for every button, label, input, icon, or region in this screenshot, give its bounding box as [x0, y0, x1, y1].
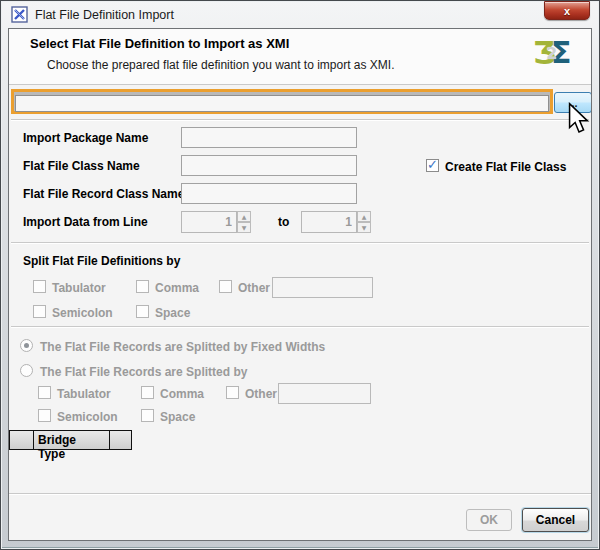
split-def-tabulator-label: Tabulator: [52, 281, 106, 295]
line-from-spinner: ▲ ▼: [181, 211, 251, 233]
split-def-other-input: [272, 277, 373, 298]
mouse-cursor-icon: [566, 102, 590, 138]
split-def-other-checkbox: [219, 280, 232, 293]
line-to-input: [301, 211, 357, 233]
radio-dot-icon: [24, 343, 29, 348]
create-class-checkbox[interactable]: ✓: [426, 159, 439, 172]
split-rec-space-label: Space: [160, 410, 195, 424]
split-rec-other-checkbox: [226, 386, 239, 399]
split-rec-space-checkbox: [141, 409, 154, 422]
class-name-label: Flat File Class Name: [23, 159, 140, 173]
create-class-label: Create Flat File Class: [445, 160, 566, 174]
package-name-input[interactable]: [181, 127, 357, 148]
logo-glyph-mid: 2: [546, 44, 557, 63]
fixed-widths-label: The Flat File Records are Splitted by Fi…: [40, 340, 325, 354]
package-name-label: Import Package Name: [23, 131, 148, 145]
e2e-logo-icon: Ʒ Σ 2: [533, 37, 577, 73]
wizard-header: Select Flat File Definition to Import as…: [9, 29, 591, 85]
split-rec-tabulator-checkbox: [38, 386, 51, 399]
table-header-empty-right[interactable]: [109, 430, 132, 450]
spin-down-icon: ▼: [237, 222, 251, 233]
spin-down-icon: ▼: [357, 222, 371, 233]
split-def-comma-label: Comma: [155, 281, 199, 295]
split-def-other-label: Other: [238, 281, 270, 295]
table-header-bridge-type[interactable]: Bridge Type: [33, 430, 110, 450]
file-path-input[interactable]: [15, 95, 549, 112]
dialog-content: Select Flat File Definition to Import as…: [8, 28, 592, 541]
fixed-widths-radio: [20, 339, 33, 352]
cancel-button[interactable]: Cancel: [522, 508, 589, 532]
split-rec-tabulator-label: Tabulator: [57, 387, 111, 401]
page-description: Choose the prepared flat file definition…: [47, 58, 395, 72]
ok-button: OK: [466, 509, 512, 531]
record-class-input[interactable]: [181, 183, 357, 204]
line-from-input: [181, 211, 237, 233]
close-button[interactable]: x: [544, 1, 590, 20]
checkmark-icon: ✓: [427, 157, 438, 172]
spin-up-icon: ▲: [357, 211, 371, 222]
separator: [9, 493, 591, 495]
line-range-label: Import Data from Line: [23, 215, 148, 229]
split-def-space-label: Space: [155, 306, 190, 320]
titlebar[interactable]: Flat File Definition Import x: [2, 2, 598, 28]
split-rec-other-input: [278, 383, 371, 404]
split-def-comma-checkbox: [136, 280, 149, 293]
split-rec-semicolon-label: Semicolon: [57, 410, 118, 424]
close-icon: x: [545, 2, 589, 20]
split-def-space-checkbox: [136, 305, 149, 318]
record-class-label: Flat File Record Class Name: [23, 187, 184, 201]
split-def-semicolon-label: Semicolon: [52, 306, 113, 320]
separator: [11, 326, 589, 328]
line-to-spinner: ▲ ▼: [301, 211, 371, 233]
class-name-input[interactable]: [181, 155, 357, 176]
split-def-tabulator-checkbox: [33, 280, 46, 293]
flat-file-import-dialog: Flat File Definition Import x Select Fla…: [0, 0, 600, 550]
file-path-highlight: [11, 89, 553, 114]
splitted-by-label: The Flat File Records are Splitted by: [40, 365, 247, 379]
spin-up-icon: ▲: [237, 211, 251, 222]
split-rec-comma-checkbox: [141, 386, 154, 399]
dialog-icon: [11, 6, 28, 23]
split-rec-semicolon-checkbox: [38, 409, 51, 422]
splitted-by-radio: [20, 364, 33, 377]
to-label: to: [278, 215, 289, 229]
split-rec-comma-label: Comma: [160, 387, 204, 401]
split-definitions-title: Split Flat File Definitions by: [23, 254, 180, 268]
window-title: Flat File Definition Import: [35, 8, 174, 22]
page-title: Select Flat File Definition to Import as…: [30, 36, 289, 51]
table-header-empty-left[interactable]: [9, 430, 34, 450]
separator: [11, 242, 589, 244]
split-rec-other-label: Other: [245, 387, 277, 401]
split-def-semicolon-checkbox: [33, 305, 46, 318]
separator: [11, 119, 589, 121]
